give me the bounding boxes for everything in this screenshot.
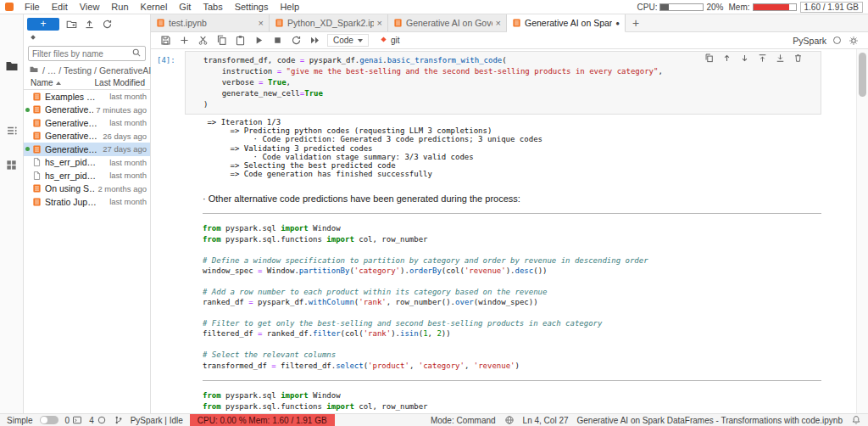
file-name: Generative…: [45, 104, 93, 115]
insert-cell-above-icon[interactable]: [757, 53, 767, 63]
insert-cell-below-icon[interactable]: [775, 53, 785, 63]
git-branch-icon[interactable]: [114, 415, 124, 425]
tab-2[interactable]: Python_XD_Spark2.ipynb×: [270, 14, 388, 31]
menu-item-kernel[interactable]: Kernel: [135, 1, 174, 13]
add-tab-button[interactable]: +: [626, 14, 646, 31]
code-line: ): [203, 99, 817, 110]
notebook-toolbar: Code git PySpark: [151, 32, 868, 49]
tab-3[interactable]: Generative AI on Governan×: [388, 14, 507, 31]
new-launcher-button[interactable]: +: [27, 18, 59, 31]
breadcrumb-path[interactable]: / … / Testing / GenerativeAI /: [42, 65, 156, 76]
menu-item-tabs[interactable]: Tabs: [197, 1, 228, 13]
file-name: Stratio Jup…: [45, 197, 107, 207]
chevron-down-icon: [358, 39, 363, 42]
move-cell-down-icon[interactable]: [739, 53, 749, 63]
file-name: Generative…: [45, 131, 100, 141]
kernel-name[interactable]: PySpark: [793, 36, 826, 46]
menu-item-help[interactable]: Help: [274, 1, 305, 13]
menu-item-settings[interactable]: Settings: [229, 1, 275, 13]
cell-type-dropdown[interactable]: Code: [327, 34, 369, 47]
kernel-status-text[interactable]: PySpark | Idle: [131, 416, 183, 425]
code-line: # Define a window specification to parti…: [203, 255, 821, 266]
run-icon[interactable]: [253, 35, 264, 47]
file-filter-input[interactable]: [32, 49, 131, 59]
menu-item-edit[interactable]: Edit: [46, 1, 74, 13]
file-row[interactable]: Generative…7 minutes ago: [24, 104, 150, 117]
menu-item-view[interactable]: View: [74, 1, 106, 13]
home-folder-icon[interactable]: [29, 64, 39, 76]
bell-icon[interactable]: [851, 415, 861, 425]
notebook-icon: [275, 18, 284, 28]
breadcrumb[interactable]: / … / Testing / GenerativeAI /: [24, 63, 150, 76]
file-filter[interactable]: [28, 46, 146, 61]
globe-icon[interactable]: [504, 415, 515, 425]
kernels-status[interactable]: 4: [89, 415, 107, 425]
scrollbar-thumb[interactable]: [859, 53, 866, 97]
cell-type-value: Code: [333, 36, 353, 45]
git-toolbar-button[interactable]: git: [379, 35, 400, 46]
tab-1[interactable]: test.ipynb×: [151, 14, 270, 31]
file-row[interactable]: hs_err_pid…last month: [24, 169, 150, 182]
duplicate-cell-icon[interactable]: [704, 53, 714, 63]
copy-icon[interactable]: [215, 35, 227, 47]
menu-bar: FileEditViewRunKernelGitTabsSettingsHelp…: [0, 0, 868, 14]
modified-column-header[interactable]: Last Modified: [95, 78, 145, 87]
file-modified: last month: [109, 171, 147, 180]
file-modified: 27 days ago: [103, 144, 147, 154]
notebook-icon: [32, 118, 42, 128]
save-icon[interactable]: [159, 35, 171, 47]
close-icon[interactable]: ×: [259, 18, 264, 28]
sort-ascending-icon: [56, 81, 61, 85]
refresh-icon[interactable]: [102, 19, 113, 30]
restart-run-all-icon[interactable]: [309, 35, 320, 47]
file-row[interactable]: Generative…last month: [24, 116, 150, 130]
alternative-code-block-1: from pyspark.sql import Windowfrom pyspa…: [185, 223, 821, 371]
restart-kernel-icon[interactable]: [290, 35, 302, 47]
file-row[interactable]: Generative…27 days ago: [24, 143, 150, 156]
notebook-content: [4]:: [151, 49, 856, 413]
close-icon[interactable]: ×: [496, 18, 501, 28]
file-row[interactable]: On using S…2 months ago: [24, 182, 150, 196]
notebook-icon: [32, 197, 42, 207]
git-label: git: [391, 36, 400, 45]
cut-icon[interactable]: [197, 35, 209, 47]
git-repo-icon[interactable]: [29, 33, 37, 43]
code-line: transformed_df = filtered_df.select('pro…: [203, 361, 821, 371]
stop-icon[interactable]: [271, 35, 283, 47]
cursor-position[interactable]: Ln 4, Col 27: [523, 416, 569, 425]
code-cell[interactable]: [4]:: [151, 51, 856, 412]
file-name: Examples …: [45, 92, 107, 102]
move-cell-up-icon[interactable]: [721, 53, 732, 63]
menu-item-git[interactable]: Git: [173, 1, 197, 13]
vertical-scrollbar[interactable]: [856, 49, 868, 413]
upload-icon[interactable]: [84, 19, 95, 30]
tab-4[interactable]: Generative AI on Spark Dat●: [507, 14, 626, 32]
insert-cell-icon[interactable]: [178, 35, 190, 47]
git-icon: [379, 35, 388, 46]
mode-indicator[interactable]: Mode: Command: [431, 416, 496, 425]
delete-cell-icon[interactable]: [793, 53, 803, 63]
gear-icon[interactable]: [848, 35, 860, 47]
execution-prompt: [4]:: [151, 51, 185, 412]
name-column-header[interactable]: Name: [31, 78, 61, 87]
file-row[interactable]: Stratio Jup…last month: [24, 195, 150, 209]
file-row[interactable]: hs_err_pid…last month: [24, 156, 150, 170]
notebook-icon: [156, 18, 165, 28]
new-folder-icon[interactable]: [66, 19, 77, 30]
table-of-contents-icon[interactable]: [0, 121, 24, 140]
paste-icon[interactable]: [234, 35, 246, 47]
terminals-status[interactable]: 0: [65, 415, 83, 425]
file-name: hs_err_pid…: [45, 157, 107, 167]
simple-mode-toggle[interactable]: [40, 416, 58, 424]
dirty-indicator[interactable]: ●: [615, 20, 620, 27]
file-browser-icon[interactable]: [0, 57, 24, 76]
file-row[interactable]: Examples …last month: [24, 90, 150, 104]
kernels-count: 4: [89, 416, 94, 425]
close-icon[interactable]: ×: [377, 18, 382, 28]
menu-item-run[interactable]: Run: [105, 1, 134, 13]
file-row[interactable]: Generative…26 days ago: [24, 130, 150, 143]
menu-item-file[interactable]: File: [19, 1, 46, 13]
kernel-sessions-icon: [97, 415, 107, 425]
extension-manager-icon[interactable]: [0, 155, 24, 174]
status-bar: Simple 0 4 PySpark | Idle CPU: 0.00 % Me…: [0, 413, 868, 426]
